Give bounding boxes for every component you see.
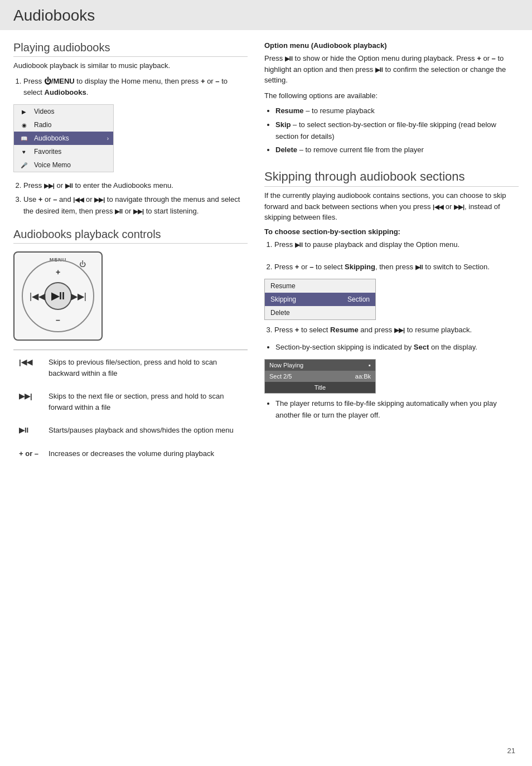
play-description: Starts/pauses playback and shows/hides t… [44, 419, 246, 442]
step-2: Press ▶▶| or ▶II to enter the Audiobooks… [23, 180, 248, 192]
now-playing-label: Now Playing [269, 362, 303, 369]
menu-item-audiobooks-label: Audiobooks [34, 134, 69, 142]
prev-description: Skips to previous file/section, press an… [44, 351, 246, 384]
minus-label: – [56, 316, 60, 324]
playing-section-title: Playing audiobooks [13, 41, 248, 57]
controls-table: |◀◀ Skips to previous file/section, pres… [13, 350, 248, 466]
now-playing-screenshot: Now Playing ▪ Sect 2/5 aa:Bk Title [264, 359, 376, 394]
device-illustration: MENU ⏻ + |◀◀ ▶II ▶▶| – [13, 251, 103, 341]
steps-2-3-list: Press ▶▶| or ▶II to enter the Audiobooks… [23, 180, 248, 217]
skip-menu-screenshot: Resume Skipping Section Delete [264, 279, 376, 320]
skipping-steps-list: Press ▶II to pause playback and display … [274, 239, 519, 251]
now-playing-header: Now Playing ▪ [265, 360, 375, 371]
power-symbol: ⏻/MENU [44, 77, 75, 85]
control-row-prev: |◀◀ Skips to previous file/section, pres… [14, 351, 246, 384]
next-description: Skips to the next file or section, press… [44, 385, 246, 418]
skip-step-2: Press + or – to select Skipping, then pr… [274, 261, 519, 273]
option-menu-intro: Press ▶II to show or hide the Option men… [264, 53, 519, 86]
favorites-icon: ♥ [18, 147, 30, 156]
skipping-section: Skipping through audiobook sections If t… [264, 169, 519, 223]
option-resume: Resume – to resume playback [275, 105, 519, 117]
control-row-play: ▶II Starts/pauses playback and shows/hid… [14, 419, 246, 442]
playing-steps-list: Press ⏻/MENU to display the Home menu, t… [23, 76, 248, 99]
menu-item-favorites: ♥ Favorites [14, 145, 113, 158]
menu-item-voice-memo: 🎤 Voice Memo [14, 158, 113, 172]
title-bar: Audiobooks [0, 0, 532, 30]
battery-icon: ▪ [369, 362, 371, 369]
options-list: Resume – to resume playback Skip – to se… [275, 105, 519, 156]
skipping-title: Skipping through audiobook sections [264, 169, 519, 187]
control-row-volume: + or – Increases or decreases the volume… [14, 443, 246, 465]
next-icon: ▶▶| [14, 385, 43, 418]
menu-item-audiobooks: 📖 Audiobooks › [14, 132, 113, 145]
option-skip: Skip – to select section-by-section or f… [275, 119, 519, 143]
videos-icon: ▶ [18, 107, 30, 116]
menu-item-radio-label: Radio [34, 121, 51, 129]
nav-prev-icon: |◀◀ [30, 291, 45, 302]
device-wheel: + |◀◀ ▶II ▶▶| – [22, 260, 94, 332]
content-area: Playing audiobooks Audiobook playback is… [0, 41, 532, 466]
menu-item-voice-memo-label: Voice Memo [34, 161, 71, 169]
menu-item-radio: ◉ Radio [14, 118, 113, 132]
now-playing-body: Sect 2/5 aa:Bk [265, 371, 375, 382]
menu-item-videos: ▶ Videos [14, 105, 113, 118]
play-pause-button: ▶II [44, 282, 72, 310]
skip-menu-skipping: Skipping Section [265, 293, 375, 306]
controls-section-title: Audiobooks playback controls [13, 228, 248, 244]
step-1: Press ⏻/MENU to display the Home menu, t… [23, 76, 248, 99]
options-available-label: The following options are available: [264, 90, 519, 101]
control-row-next: ▶▶| Skips to the next file or section, p… [14, 385, 246, 418]
skip-step-1: Press ▶II to pause playback and display … [274, 239, 519, 251]
menu-item-videos-label: Videos [34, 108, 54, 115]
voice-memo-icon: 🎤 [18, 161, 30, 169]
option-menu-title: Option menu (Audiobook playback) [264, 41, 519, 50]
final-note-list: The player returns to file-by-file skipp… [275, 398, 519, 421]
audiobooks-arrow: › [107, 135, 109, 142]
playback-controls-section: Audiobooks playback controls [13, 228, 248, 244]
time-display: aa:Bk [355, 373, 371, 380]
play-pause-icon: ▶II [14, 419, 43, 442]
skip-menu-resume: Resume [265, 279, 375, 293]
radio-icon: ◉ [18, 120, 30, 129]
step-3: Use + or – and |◀◀ or ▶▶| to navigate th… [23, 194, 248, 217]
controls-table-body: |◀◀ Skips to previous file/section, pres… [14, 351, 246, 464]
plus-label: + [56, 268, 60, 277]
skip-step-3: Press + to select Resume and press ▶▶| t… [274, 324, 519, 336]
menu-screenshot: ▶ Videos ◉ Radio 📖 Audiobooks › ♥ Favori… [13, 104, 114, 172]
track-title: Title [265, 382, 375, 393]
prev-icon: |◀◀ [14, 351, 43, 384]
final-note: The player returns to file-by-file skipp… [275, 398, 519, 421]
play-icon: ▶II [51, 290, 65, 302]
skip-menu-delete: Delete [265, 306, 375, 319]
option-delete: Delete – to remove current file from the… [275, 144, 519, 156]
page-number: 21 [507, 746, 515, 755]
right-column: Option menu (Audiobook playback) Press ▶… [264, 41, 519, 466]
spacer [264, 256, 519, 261]
sect-indicator: Sect 2/5 [269, 373, 292, 380]
skipping-intro: If the currently playing audiobook conta… [264, 190, 519, 223]
section-label: Section [347, 295, 370, 303]
audiobooks-icon: 📖 [18, 134, 30, 143]
menu-item-favorites-label: Favorites [34, 148, 61, 156]
playing-intro: Audiobook playback is similar to music p… [13, 60, 248, 71]
skipping-step-3-list: Press + to select Resume and press ▶▶| t… [274, 324, 519, 336]
nav-next-icon: ▶▶| [71, 291, 86, 302]
skipping-steps-2: Press + or – to select Skipping, then pr… [274, 261, 519, 273]
volume-description: Increases or decreases the volume during… [44, 443, 246, 465]
page: Audiobooks Playing audiobooks Audiobook … [0, 0, 532, 766]
sect-note-list: Section-by-section skipping is indicated… [275, 342, 519, 353]
volume-icon: + or – [14, 443, 43, 465]
sect-note: Section-by-section skipping is indicated… [275, 342, 519, 353]
skip-label: Skipping [270, 295, 296, 303]
left-column: Playing audiobooks Audiobook playback is… [13, 41, 248, 466]
to-choose-title: To choose section-by-section skipping: [264, 227, 519, 236]
page-title: Audiobooks [13, 7, 519, 25]
